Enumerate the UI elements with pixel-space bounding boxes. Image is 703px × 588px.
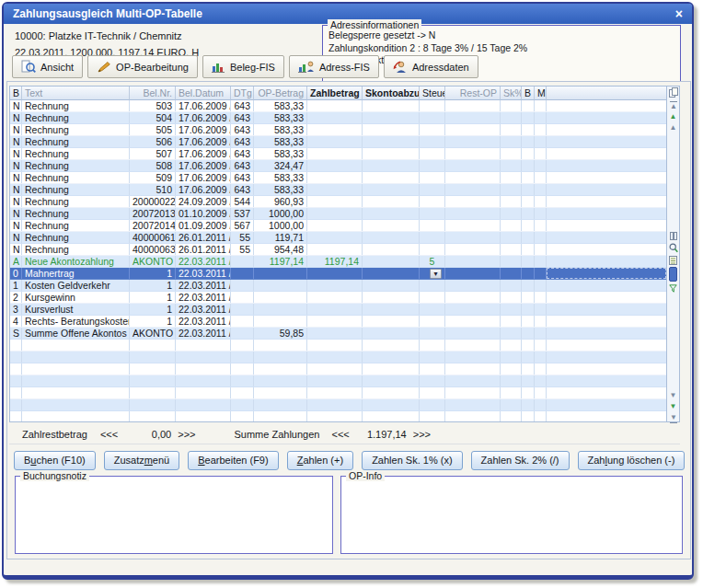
column-settings-icon[interactable] (667, 232, 679, 240)
cell-datum: 17.06.2009 /Mi (176, 148, 231, 159)
table-row[interactable] (10, 411, 666, 421)
zahlung-loeschen-button[interactable]: Zahlung löschen (-) (578, 451, 686, 470)
zusatzmenu-button[interactable]: Zusatzmenü (104, 451, 180, 470)
table-row[interactable] (10, 352, 666, 363)
cell-steue (420, 160, 445, 171)
cell-dtg (231, 340, 254, 351)
col-header-steue[interactable]: Steue (420, 86, 445, 100)
table-row[interactable]: NRechnung2000002224.09.2009 /Do544960,93 (10, 196, 666, 208)
table-row[interactable] (10, 340, 666, 352)
cell-steue (420, 172, 445, 183)
table-row[interactable]: NRechnung50517.06.2009 /Mi643583,33 (10, 124, 666, 136)
scroll-page-down-icon[interactable]: ▼ (667, 402, 679, 411)
cell-nr: 505 (130, 124, 176, 135)
cell-steue (420, 100, 445, 111)
col-header-zahl[interactable]: Zahlbetrag (307, 86, 363, 100)
scrollbar-thumb[interactable] (669, 267, 677, 282)
table-row[interactable]: NRechnung51017.06.2009 /Mi643583,33 (10, 184, 666, 196)
cell-zahl (307, 387, 363, 398)
buchungsnotiz-input[interactable] (17, 478, 330, 551)
table-row[interactable]: 2Kursgewinn122.03.2011 /Di (10, 292, 666, 304)
cell-b2 (522, 280, 535, 291)
buchen-button[interactable]: Buchen (F10) (14, 451, 96, 470)
tab-adressdaten[interactable]: Adressdaten (384, 55, 478, 78)
cell-m (535, 316, 547, 327)
table-row[interactable]: NRechnung50817.06.2009 /Mi643324,47 (10, 160, 666, 172)
table-row[interactable]: NRechnung50317.06.2009 /Mi643583,33 (10, 100, 666, 112)
cell-datum: 17.06.2009 /Mi (176, 112, 231, 123)
search-icon[interactable] (667, 243, 679, 253)
calculator-icon[interactable] (667, 256, 679, 265)
table-row[interactable]: NRechnung2007201301.10.2009 /Do5371000,0… (10, 208, 666, 220)
table-row[interactable]: 0Mahnertrag122.03.2011 /Di▾ (10, 268, 666, 280)
scroll-down-icon[interactable]: ▼ (667, 391, 679, 400)
cell-op: 1000,00 (254, 220, 307, 231)
table-row[interactable] (10, 399, 666, 411)
cell-zahl (307, 280, 363, 291)
table-row[interactable]: NRechnung4000006126.01.2011 /Mi55119,71 (10, 232, 666, 244)
cell-nr: 1 (130, 280, 176, 291)
cell-skonto (363, 244, 420, 255)
tab-beleg-fis[interactable]: Beleg-FIS (202, 55, 284, 78)
col-header-skonto[interactable]: Skontoabzug (363, 86, 420, 100)
cell-steue (420, 220, 445, 231)
op-info-box: OP-Info (340, 476, 683, 554)
cell-skonto (363, 196, 420, 207)
table-row[interactable] (10, 387, 666, 399)
cell-skonto (363, 340, 420, 351)
table-row[interactable]: NRechnung50917.06.2009 /Mi643583,33 (10, 172, 666, 184)
steue-dropdown[interactable]: ▾ (430, 269, 442, 279)
col-header-b2[interactable]: B (522, 86, 535, 100)
table-scroll-rail[interactable]: ▲ ▲ ▲ ▼ ▼ ▼ (666, 86, 679, 421)
cell-m (535, 112, 547, 123)
scroll-bottom-icon[interactable]: ▼ (670, 413, 677, 423)
col-header-sk[interactable]: Sk% (501, 86, 522, 100)
scroll-top-icon[interactable]: ▲ (670, 101, 677, 111)
filter-icon[interactable] (667, 284, 679, 293)
table-row[interactable]: NRechnung50617.06.2009 /Mi643583,33 (10, 136, 666, 148)
table-row[interactable]: NRechnung2007201401.09.2009 /Di5671000,0… (10, 220, 666, 232)
col-header-b[interactable]: B (10, 86, 22, 100)
cell-skonto (363, 100, 420, 111)
col-header-op[interactable]: OP-Betrag (254, 86, 307, 100)
cell-steue (420, 244, 445, 255)
cell-skonto (363, 352, 420, 363)
close-icon[interactable]: × (675, 7, 683, 20)
copy-icon[interactable] (667, 87, 679, 98)
tab-label: OP-Bearbeitung (116, 62, 189, 73)
scroll-page-up-icon[interactable]: ▲ (667, 112, 679, 121)
col-header-nr[interactable]: Bel.Nr. (130, 86, 176, 100)
tab-adress-fis[interactable]: Adress-FIS (289, 55, 379, 78)
cell-dtg: 643 (231, 160, 254, 171)
scroll-up-icon[interactable]: ▲ (667, 123, 679, 133)
tab-op-bearbeitung[interactable]: OP-Bearbeitung (87, 55, 198, 78)
table-row[interactable]: 4Rechts- Beratungskosten122.03.2011 /Di (10, 316, 666, 328)
table-row[interactable]: NRechnung50417.06.2009 /Mi643583,33 (10, 112, 666, 124)
cell-dtg (231, 352, 254, 363)
col-header-m[interactable]: M (535, 86, 547, 100)
bearbeiten-button[interactable]: Bearbeiten (F9) (188, 451, 278, 470)
table-row[interactable]: NRechnung4000006326.01.2011 /Mi55954,48 (10, 244, 666, 256)
cell-m (535, 387, 547, 398)
col-header-text[interactable]: Text (22, 86, 130, 100)
table-row[interactable]: 3Kursverlust122.03.2011 /Di (10, 304, 666, 316)
cell-b (10, 363, 22, 375)
cell-text: Rechnung (22, 196, 130, 207)
col-header-datum[interactable]: Bel.Datum (176, 86, 231, 100)
tab-ansicht[interactable]: Ansicht (12, 55, 83, 78)
cell-filler (547, 184, 666, 195)
table-row[interactable]: 1Kosten Geldverkehr122.03.2011 /Di (10, 280, 666, 292)
col-header-rest[interactable]: Rest-OP (445, 86, 501, 100)
table-body: NRechnung50317.06.2009 /Mi643583,33NRech… (10, 100, 666, 421)
zahlen-sk1-button[interactable]: Zahlen Sk. 1% (x) (362, 451, 462, 470)
table-row[interactable]: NRechnung50717.06.2009 /Mi643583,33 (10, 148, 666, 160)
table-row[interactable]: ANeue AkontozahlungAKONTO22.03.2011 /Di1… (10, 256, 666, 268)
col-header-dtg[interactable]: DTg (231, 86, 254, 100)
zahlen-button[interactable]: Zahlen (+) (287, 451, 353, 470)
cell-b: N (10, 184, 22, 195)
table-row[interactable] (10, 363, 666, 375)
pen-icon (97, 60, 111, 74)
table-row[interactable]: SSumme Offene AkontosAKONTO22.03.2011 /D… (10, 328, 666, 340)
table-row[interactable] (10, 375, 666, 387)
zahlen-sk2-button[interactable]: Zahlen Sk. 2% (/) (471, 451, 570, 470)
